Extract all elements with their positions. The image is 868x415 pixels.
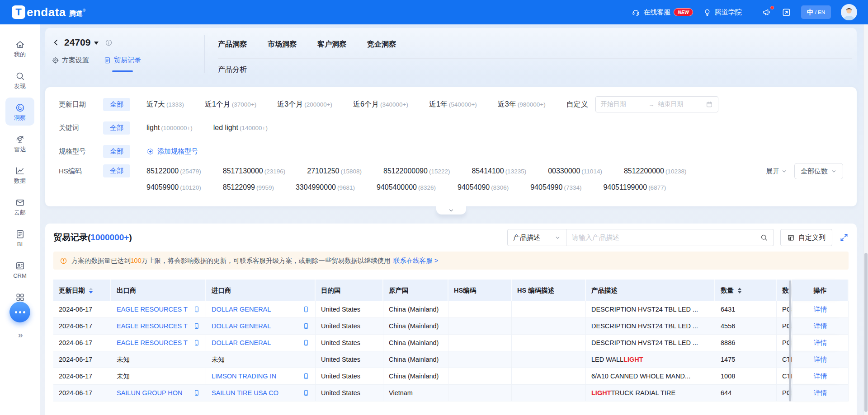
sort-control[interactable] <box>89 288 93 294</box>
update-date-option-4[interactable]: 近6个月(340000+) <box>353 100 408 109</box>
avatar[interactable] <box>841 4 857 20</box>
hs-code-option-b-4[interactable]: 9405400000(8326) <box>377 183 436 191</box>
online-service-button[interactable]: 在线客服 NEW <box>632 8 693 17</box>
column-header-1[interactable]: 更新日期 <box>53 280 111 301</box>
sidebar-item-data[interactable]: 数据 <box>5 161 34 189</box>
back-button[interactable] <box>52 38 61 47</box>
sidebar-item-insight[interactable]: 洞察 <box>5 98 34 126</box>
digits-select[interactable]: 全部位数 <box>794 163 843 179</box>
cell-exporter-link[interactable]: EAGLE RESOURCES T <box>117 322 188 330</box>
update-date-option-2[interactable]: 近1个月(37000+) <box>205 100 256 109</box>
cell-exporter-link[interactable]: SAILUN GROUP HON <box>117 389 183 396</box>
hs-code-option-2[interactable]: 8517130000(23196) <box>223 167 286 175</box>
spec-all-chip[interactable]: 全部 <box>103 145 130 158</box>
cell-importer-link[interactable]: DOLLAR GENERAL <box>212 339 271 346</box>
plan-title[interactable]: 24709 <box>64 37 90 48</box>
subtab-trade-records[interactable]: 贸易记录 <box>104 56 141 72</box>
hs-code-option-b-3[interactable]: 3304990000(9681) <box>296 183 355 191</box>
chevron-down-icon <box>831 168 837 174</box>
cell-date: 2024-06-17 <box>53 318 111 335</box>
table-row: 2024-06-17未知LIMSON TRADING INUnited Stat… <box>53 368 849 385</box>
sidebar-item-discover[interactable]: 发现 <box>5 66 34 94</box>
announcements-button[interactable] <box>762 8 772 17</box>
hs-code-option-b-1[interactable]: 94059900(10120) <box>146 183 201 191</box>
detail-link[interactable]: 详情 <box>814 355 827 364</box>
sort-control[interactable] <box>738 288 741 294</box>
hs-code-option-b-7[interactable]: 94051199000(6877) <box>603 183 666 191</box>
custom-columns-button[interactable]: 自定义列 <box>780 229 832 246</box>
table-scrollbar[interactable] <box>789 280 791 401</box>
tab-product-analysis[interactable]: 产品分析 <box>218 59 247 75</box>
cell-action: 详情 <box>792 368 849 385</box>
add-spec-button[interactable]: 添加规格型号 <box>146 147 198 156</box>
hs-code-option-5[interactable]: 85414100(13235) <box>472 167 526 175</box>
scrollbar-thumb[interactable] <box>864 253 868 412</box>
hs-code-option-b-5[interactable]: 94054090(8306) <box>458 183 509 191</box>
sidebar-collapse-button[interactable]: » <box>0 330 40 340</box>
detail-link[interactable]: 详情 <box>814 389 827 397</box>
expand-toggle[interactable]: 展开 <box>766 167 787 176</box>
cell-exporter-link[interactable]: EAGLE RESOURCES T <box>117 339 188 346</box>
chevron-down-icon[interactable] <box>94 42 99 47</box>
search-icon[interactable] <box>760 233 768 242</box>
cell-importer-link[interactable]: LIMSON TRADING IN <box>212 373 276 380</box>
search-input[interactable]: 请输入产品描述 <box>566 229 774 246</box>
date-range-input[interactable]: 开始日期 → 结束日期 <box>595 96 718 112</box>
column-header-9[interactable]: 数量 <box>715 280 777 301</box>
hs-code-option-3[interactable]: 27101250(15808) <box>307 167 362 175</box>
tab-product-insight[interactable]: 产品洞察 <box>218 40 247 49</box>
detail-link[interactable]: 详情 <box>814 339 827 347</box>
contact-phone-icon <box>193 389 200 396</box>
keyword-option-1[interactable]: light(1000000+) <box>146 124 193 132</box>
brand-logo[interactable]: T endata 腾道 ® <box>12 5 85 19</box>
hs-code-option-4[interactable]: 85122000090(15222) <box>383 167 450 175</box>
contact-service-link[interactable]: 联系在线客服 > <box>393 256 439 265</box>
detail-link[interactable]: 详情 <box>814 372 827 381</box>
hs-code-option-1[interactable]: 85122000(25479) <box>146 167 201 175</box>
update-date-all-chip[interactable]: 全部 <box>103 98 130 111</box>
cell-exporter-link[interactable]: EAGLE RESOURCES T <box>117 306 188 313</box>
fullscreen-button[interactable] <box>782 8 791 17</box>
hs-code-option-b-6[interactable]: 94054990(7334) <box>530 183 581 191</box>
keyword-option-2[interactable]: led light(140000+) <box>213 124 268 132</box>
info-icon[interactable] <box>105 39 113 47</box>
cell-importer-link[interactable]: DOLLAR GENERAL <box>212 306 271 313</box>
sidebar-item-cloudmail[interactable]: 云邮 <box>5 192 34 220</box>
detail-link[interactable]: 详情 <box>814 305 827 314</box>
update-date-option-3[interactable]: 近3个月(200000+) <box>277 100 332 109</box>
hs-all-chip[interactable]: 全部 <box>103 164 130 177</box>
keyword-all-chip[interactable]: 全部 <box>103 121 130 135</box>
search-type-select[interactable]: 产品描述 <box>508 229 566 246</box>
academy-button[interactable]: 腾道学院 <box>703 8 742 17</box>
trade-records-panel: 贸易记录 (1000000+) 产品描述 请输入产品描述 <box>45 224 857 415</box>
hs-code-option-b-2[interactable]: 85122099(9959) <box>223 183 274 191</box>
hs-code-option-7[interactable]: 8512200000(10238) <box>624 167 687 175</box>
custom-date-option[interactable]: 自定义 <box>566 100 588 109</box>
collapse-filters-button[interactable] <box>436 206 466 214</box>
tab-customer-insight[interactable]: 客户洞察 <box>317 40 346 49</box>
cell-importer-link[interactable]: SAILUN TIRE USA CO <box>212 389 278 396</box>
tab-competitor-insight[interactable]: 竞企洞察 <box>367 40 396 49</box>
contact-phone-icon <box>302 306 310 313</box>
detail-link[interactable]: 详情 <box>814 322 827 331</box>
update-date-option-5[interactable]: 近1年(540000+) <box>429 100 477 109</box>
subtab-plan-settings[interactable]: 方案设置 <box>52 56 89 72</box>
cell-importer-link[interactable]: DOLLAR GENERAL <box>212 322 271 330</box>
sidebar-item-crm[interactable]: CRM <box>5 256 34 284</box>
plan-subtabs: 方案设置贸易记录 <box>52 56 141 72</box>
table-settings-icon <box>787 234 795 242</box>
apps-icon <box>15 292 25 303</box>
tab-market-insight[interactable]: 市场洞察 <box>268 40 297 49</box>
chat-bubble-button[interactable] <box>9 302 30 322</box>
expand-table-button[interactable] <box>840 233 849 242</box>
hs-code-option-6[interactable]: 00330000(11014) <box>548 167 602 175</box>
update-date-option-6[interactable]: 近3年(980000+) <box>498 100 546 109</box>
language-switch[interactable]: 中 / EN <box>801 5 831 19</box>
update-date-option-1[interactable]: 近7天(1333) <box>146 100 184 109</box>
sidebar-item-radar[interactable]: 雷达 <box>5 129 34 157</box>
cell-hs-desc <box>512 385 586 401</box>
sidebar-item-bi[interactable]: BI <box>5 224 34 252</box>
search-placeholder: 请输入产品描述 <box>572 233 760 242</box>
column-header-5: 原产国 <box>383 280 448 301</box>
sidebar-item-mine[interactable]: 我的 <box>5 34 34 62</box>
